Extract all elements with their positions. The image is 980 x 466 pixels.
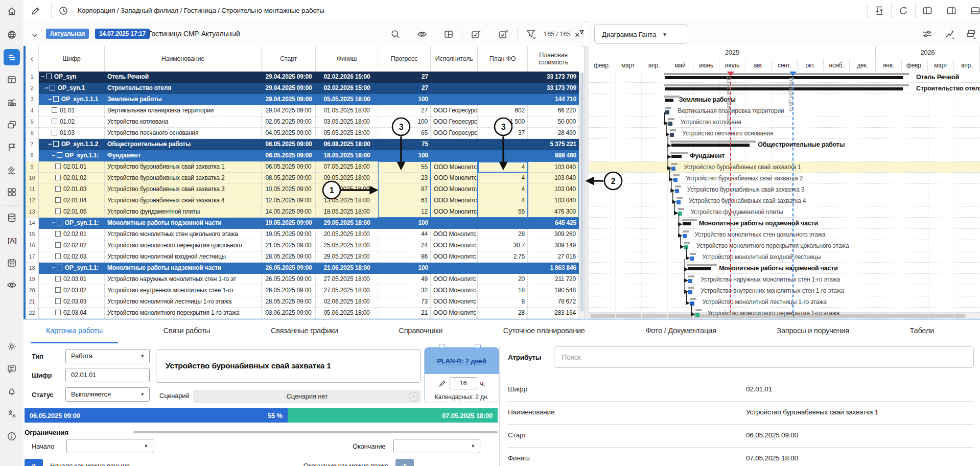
row-checkbox[interactable]	[55, 276, 61, 282]
table-row[interactable]: 14−OP_syn.1.1:Монолитные работы подземно…	[26, 218, 579, 229]
cell-name[interactable]: Устройство котлована	[105, 116, 262, 128]
cell-code[interactable]: 02.03.04	[39, 308, 105, 319]
cell-plan-fo[interactable]: 20	[478, 274, 528, 285]
cell-finish[interactable]: 25.05.2025 18:00	[316, 240, 378, 251]
documents-copy-icon[interactable]	[4, 116, 20, 133]
cell-plan-fo[interactable]: 2.75	[478, 251, 528, 263]
row-checkbox[interactable]	[55, 242, 61, 248]
cell-start[interactable]: 26.05.2025 09:00	[262, 274, 316, 285]
watch-eye-icon[interactable]	[416, 28, 428, 40]
cell-start[interactable]: 14.05.2025 09:00	[262, 206, 316, 218]
cell-name[interactable]: Общестроительные работы	[105, 139, 262, 150]
column-header-code[interactable]: Шифр	[39, 46, 105, 72]
cell-progress[interactable]: 73	[378, 296, 431, 308]
chart-wave-icon[interactable]	[4, 94, 20, 110]
cell-code[interactable]: −OP_syn.1.1.1	[39, 94, 105, 105]
cell-executor[interactable]: ООО Монолитс	[431, 161, 478, 173]
column-header-executor[interactable]: Исполнитель	[431, 46, 478, 72]
cell-start[interactable]: 10.05.2025 09:00	[262, 184, 316, 195]
cell-finish[interactable]: 05.05.2025 18:00	[316, 94, 378, 105]
cell-start[interactable]: 12.05.2025 09:00	[262, 195, 316, 206]
cell-plan-fo[interactable]: 18	[478, 285, 528, 296]
table-row[interactable]: 1002.01.02Устройство буронабивных свай з…	[26, 173, 579, 184]
tab-4[interactable]: Справочники	[383, 320, 458, 342]
cell-cost[interactable]: 50 000	[528, 116, 579, 128]
hatching-lines-icon[interactable]	[4, 161, 20, 178]
cell-progress[interactable]: 23	[378, 173, 431, 184]
kanban-board-icon[interactable]	[4, 72, 20, 88]
cell-progress[interactable]: 100	[378, 263, 431, 274]
attributes-a-icon[interactable]: [A]	[4, 232, 20, 248]
cell-cost[interactable]: 33 173 709	[528, 72, 579, 83]
column-header-progress[interactable]: Прогресс	[378, 46, 431, 72]
cell-progress[interactable]: 100	[378, 94, 431, 105]
cell-executor[interactable]: ООО Монолитс	[431, 308, 478, 319]
task-bar[interactable]	[690, 257, 694, 261]
cell-start[interactable]: 21.05.2025 09:00	[262, 240, 316, 251]
cell-finish[interactable]: 21.06.2025 18:00	[316, 263, 378, 274]
table-row[interactable]: 3−OP_syn.1.1.1Земляные работы29.04.2025 …	[26, 94, 579, 105]
cell-start[interactable]: 26.05.2025 09:00	[262, 263, 316, 274]
layout-split-bottom-icon[interactable]	[969, 5, 980, 17]
plan-r-link[interactable]: PLAN-R: 7 дней	[437, 357, 486, 365]
cell-name[interactable]: Устройство буронабивных свай захватка 3	[105, 184, 262, 195]
gantt-settings-sliders-icon[interactable]	[921, 28, 934, 40]
cell-executor[interactable]	[431, 94, 478, 105]
row-checkbox[interactable]	[55, 164, 61, 169]
cell-start[interactable]: 02.05.2025 09:00	[262, 116, 316, 128]
calendar-icon[interactable]	[4, 254, 20, 271]
cell-executor[interactable]: ООО Монолитс	[431, 173, 478, 184]
table-row[interactable]: 1702.02.03Устройство монолитной входной …	[26, 251, 579, 263]
table-row[interactable]: 7−OP_syn.1.1.2Общестроительные работы06.…	[26, 139, 579, 150]
row-number[interactable]: 16	[26, 240, 39, 251]
cell-progress[interactable]: 61	[378, 195, 431, 206]
cell-cost[interactable]: 309 260	[528, 229, 579, 240]
cell-progress[interactable]: 12	[378, 206, 431, 218]
cell-finish[interactable]: 18.05.2025 18:00	[316, 206, 378, 218]
cell-finish[interactable]: 29.05.2025 18:00	[316, 251, 378, 263]
cell-finish[interactable]: 02.06.2025 18:00	[316, 296, 378, 308]
task-bar[interactable]	[684, 245, 688, 249]
cell-executor[interactable]: ООО Монолитс	[431, 184, 478, 195]
cell-start[interactable]: 29.04.2025 09:00	[262, 105, 316, 116]
task-bar[interactable]	[688, 290, 692, 294]
cell-progress[interactable]: 100	[378, 150, 431, 161]
cell-name[interactable]: Отель Речной	[105, 72, 262, 83]
cell-plan-fo[interactable]	[478, 263, 528, 274]
datetime-badge[interactable]: 14.07.2025 17:17	[95, 29, 150, 39]
cell-cost[interactable]: 78 672	[528, 296, 579, 308]
breadcrumb[interactable]: Корпорация / Западный филиал / Гостиница…	[78, 7, 324, 14]
cell-finish[interactable]: 27.05.2025 18:00	[316, 285, 378, 296]
cell-plan-fo[interactable]: 4	[478, 195, 528, 206]
cell-finish[interactable]: 01.05.2025 18:00	[316, 105, 378, 116]
cell-name[interactable]: Устройство монолитного перекрытия 1-го э…	[105, 308, 262, 319]
cell-code[interactable]: 02.01.02	[39, 173, 105, 184]
row-number[interactable]: 6	[26, 128, 39, 139]
cell-progress[interactable]: 24	[378, 240, 431, 251]
cell-plan-fo[interactable]: 1 500	[478, 116, 528, 128]
cell-plan-fo[interactable]	[478, 94, 528, 105]
cell-plan-fo[interactable]	[478, 139, 528, 150]
cell-progress[interactable]: 100	[378, 116, 431, 128]
search-icon[interactable]	[389, 28, 402, 40]
asap-button[interactable]: «	[25, 459, 43, 466]
cell-cost[interactable]: 103 040	[528, 173, 579, 184]
row-number[interactable]: 1	[26, 72, 39, 83]
status-badge[interactable]: Актуальная	[46, 29, 89, 39]
cell-progress[interactable]: 55	[378, 161, 431, 173]
edit-pencil-icon[interactable]	[30, 5, 42, 17]
task-bar[interactable]	[675, 189, 679, 193]
column-header-finish[interactable]: Финиш	[316, 46, 378, 72]
cell-cost[interactable]: 888 460	[528, 150, 579, 161]
cell-progress[interactable]: 75	[378, 139, 431, 150]
cell-cost[interactable]: 103 040	[528, 195, 579, 206]
cell-progress[interactable]: 100	[378, 218, 431, 229]
row-checkbox[interactable]	[55, 208, 61, 214]
expand-minus-icon[interactable]: −	[41, 73, 44, 80]
cell-start[interactable]: 26.05.2025 09:00	[262, 285, 316, 296]
cell-finish[interactable]: 27.05.2025 18:00	[316, 274, 378, 285]
cell-name[interactable]: Земляные работы	[105, 94, 262, 105]
cell-name[interactable]: Устройство буронабивных свай захватка 1	[105, 161, 262, 173]
layout-split-right-icon[interactable]	[945, 5, 958, 17]
cell-code[interactable]: 02.01.04	[39, 195, 105, 206]
